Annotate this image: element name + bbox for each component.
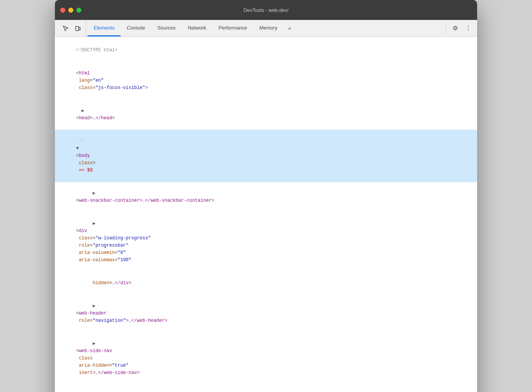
device-toggle-button[interactable] xyxy=(73,23,83,34)
tab-network[interactable]: Network xyxy=(182,20,213,36)
minimize-button[interactable] xyxy=(68,8,73,13)
more-options-button[interactable]: ⋮ xyxy=(463,23,474,34)
web-snackbar-line[interactable]: ▶ <web-snackbar-container>…</web-snackba… xyxy=(55,182,477,212)
div-loading-hidden-line[interactable]: hidden>…</div> xyxy=(55,272,477,295)
body-line[interactable]: ··· ▼ <body class> == $0 xyxy=(55,130,477,182)
tab-memory[interactable]: Memory xyxy=(253,20,284,36)
head-line[interactable]: ▶ <head>…</head> xyxy=(55,100,477,130)
tab-performance[interactable]: Performance xyxy=(212,20,253,36)
window-title: DevTools - web.dev/ xyxy=(243,7,288,13)
devtools-window: DevTools - web.dev/ Elements Console xyxy=(55,0,477,392)
more-tabs-button[interactable]: » xyxy=(284,20,296,36)
web-header-line[interactable]: ▶ <web-header role="navigation">…</web-h… xyxy=(55,295,477,332)
doctype-line[interactable]: <!DOCTYPE html> xyxy=(55,39,477,62)
main-toolbar: Elements Console Sources Network Perform… xyxy=(55,20,477,37)
toolbar-icons xyxy=(58,20,86,36)
settings-icon: ⚙ xyxy=(453,25,458,32)
web-side-nav-line[interactable]: ▶ <web-side-nav class aria-hidden="true"… xyxy=(55,332,477,384)
close-button[interactable] xyxy=(60,8,65,13)
more-options-icon: ⋮ xyxy=(465,25,471,32)
traffic-lights xyxy=(60,8,81,13)
select-element-button[interactable] xyxy=(60,23,71,34)
elements-panel: <!DOCTYPE html> <html lang="en" class="j… xyxy=(55,37,477,392)
maximize-button[interactable] xyxy=(76,8,81,13)
toolbar-right: ⚙ ⋮ xyxy=(446,23,474,34)
svg-rect-0 xyxy=(76,26,79,31)
tab-console[interactable]: Console xyxy=(121,20,151,36)
main-line[interactable]: ▶ <main>…</main> xyxy=(55,385,477,392)
main-tabs: Elements Console Sources Network Perform… xyxy=(88,20,444,36)
div-loading-line[interactable]: ▶ <div class="w-loading-progress" role="… xyxy=(55,212,477,272)
tab-sources[interactable]: Sources xyxy=(151,20,182,36)
html-open-line[interactable]: <html lang="en" class="js-focus-visible"… xyxy=(55,62,477,100)
titlebar: DevTools - web.dev/ xyxy=(55,0,477,20)
svg-rect-1 xyxy=(79,27,80,30)
tab-elements[interactable]: Elements xyxy=(88,20,121,36)
settings-button[interactable]: ⚙ xyxy=(449,23,461,34)
